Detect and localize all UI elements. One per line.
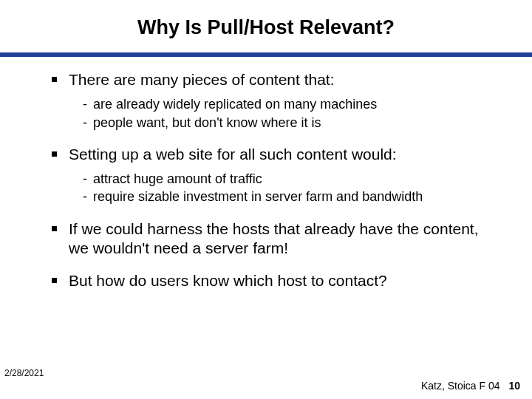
bullet-head: But how do users know which host to cont… (52, 271, 502, 290)
sub-text: people want, but don't know where it is (93, 114, 321, 132)
sub-text: are already widely replicated on many ma… (93, 95, 377, 113)
square-bullet-icon (52, 278, 57, 283)
sub-item: - people want, but don't know where it i… (83, 114, 502, 132)
sub-item: - attract huge amount of traffic (83, 170, 502, 188)
bullet-item: If we could harness the hosts that alrea… (52, 219, 502, 259)
dash-icon: - (83, 170, 87, 188)
slide-body: There are many pieces of content that: -… (0, 57, 532, 290)
bullet-head: If we could harness the hosts that alrea… (52, 219, 502, 259)
bullet-text: Setting up a web site for all such conte… (69, 145, 502, 164)
bullet-text: There are many pieces of content that: (69, 70, 502, 89)
bullet-head: Setting up a web site for all such conte… (52, 145, 502, 164)
dash-icon: - (83, 95, 87, 113)
bullet-item: Setting up a web site for all such conte… (52, 145, 502, 206)
sub-item: - are already widely replicated on many … (83, 95, 502, 113)
bullet-item: But how do users know which host to cont… (52, 271, 502, 290)
page-number: 10 (508, 380, 520, 392)
square-bullet-icon (52, 226, 57, 231)
bullet-text: If we could harness the hosts that alrea… (69, 219, 502, 259)
bullet-head: There are many pieces of content that: (52, 70, 502, 89)
sub-list: - attract huge amount of traffic - requi… (52, 170, 502, 206)
bullet-text: But how do users know which host to cont… (69, 271, 502, 290)
bullet-item: There are many pieces of content that: -… (52, 70, 502, 132)
footer-date: 2/28/2021 (4, 368, 44, 378)
sub-item: - require sizable investment in server f… (83, 188, 502, 205)
sub-list: - are already widely replicated on many … (52, 95, 502, 132)
dash-icon: - (83, 188, 87, 205)
square-bullet-icon (52, 151, 57, 157)
sub-text: attract huge amount of traffic (93, 170, 262, 188)
dash-icon: - (83, 114, 87, 132)
footer-credit: Katz, Stoica F 04 (421, 380, 500, 392)
footer-credit-block: Katz, Stoica F 04 10 (421, 380, 520, 392)
slide-title: Why Is Pull/Host Relevant? (0, 0, 532, 47)
square-bullet-icon (52, 77, 57, 82)
sub-text: require sizable investment in server far… (93, 188, 423, 205)
slide: Why Is Pull/Host Relevant? There are man… (0, 0, 532, 399)
